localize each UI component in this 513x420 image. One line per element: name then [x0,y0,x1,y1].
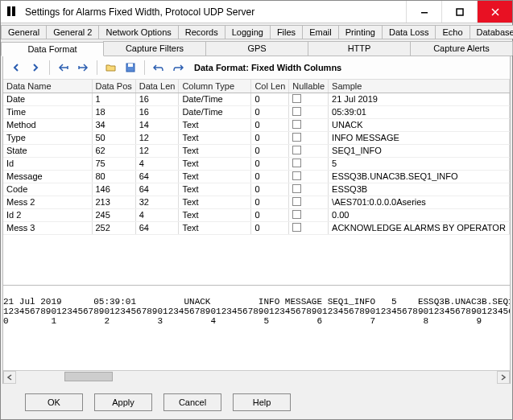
cell-name[interactable]: Date [3,93,92,105]
cell-type[interactable]: Text [179,208,251,221]
cell-sample[interactable]: 5 [329,157,510,170]
cell-collen[interactable]: 0 [251,131,289,144]
cell-type[interactable]: Text [179,157,251,170]
cell-nullable[interactable] [289,170,329,183]
col-header-nullable[interactable]: Nullable [289,80,329,93]
cell-type[interactable]: Date/Time [179,93,251,105]
table-row[interactable]: State6212Text0SEQ1_INFO [3,144,510,157]
tab-files[interactable]: Files [270,25,303,39]
cell-len[interactable]: 16 [135,105,179,118]
cell-nullable[interactable] [289,118,329,131]
tab-network-options[interactable]: Network Options [98,25,178,39]
cell-name[interactable]: Method [3,118,92,131]
cell-nullable[interactable] [289,144,329,157]
table-row[interactable]: Type5012Text0INFO MESSAGE [3,131,510,144]
cell-sample[interactable]: 21 Jul 2019 [329,93,510,105]
cell-collen[interactable]: 0 [251,157,289,170]
tab-echo[interactable]: Echo [435,25,470,39]
checkbox-icon[interactable] [292,171,301,180]
cell-len[interactable]: 64 [135,221,179,234]
tab-logging[interactable]: Logging [225,25,271,39]
scroll-track[interactable] [16,371,497,384]
cell-sample[interactable]: \AES701:0.0.0.0Aseries [329,196,510,208]
cell-type[interactable]: Text [179,170,251,183]
cell-pos[interactable]: 34 [92,118,135,131]
cell-sample[interactable]: 05:39:01 [329,105,510,118]
cell-name[interactable]: Id [3,157,92,170]
tab-general-2[interactable]: General 2 [46,25,99,39]
cell-type[interactable]: Date/Time [179,105,251,118]
checkbox-icon[interactable] [292,107,301,116]
cell-sample[interactable]: ACKNOWLEDGE ALARMS BY OPERATOR [329,221,510,234]
cell-collen[interactable]: 0 [251,144,289,157]
cell-sample[interactable]: ESSQ3B [329,183,510,196]
arrow-left-icon[interactable] [8,60,24,76]
col-header-pos[interactable]: Data Pos [92,80,135,93]
cell-name[interactable]: Id 2 [3,208,92,221]
col-header-collen[interactable]: Col Len [251,80,289,93]
checkbox-icon[interactable] [292,133,301,142]
table-row[interactable]: Id754Text05 [3,157,510,170]
checkbox-icon[interactable] [292,223,301,232]
cell-pos[interactable]: 18 [92,105,135,118]
apply-button[interactable]: Apply [94,393,152,411]
cell-pos[interactable]: 252 [92,221,135,234]
cell-nullable[interactable] [289,183,329,196]
table-row[interactable]: Message8064Text0ESSQ3B.UNAC3B.SEQ1_INFO [3,170,510,183]
cell-sample[interactable]: INFO MESSAGE [329,131,510,144]
tab-email[interactable]: Email [302,25,339,39]
arrow-right-icon[interactable] [27,60,43,76]
cell-len[interactable]: 64 [135,170,179,183]
cell-collen[interactable]: 0 [251,93,289,105]
cell-len[interactable]: 4 [135,208,179,221]
table-row[interactable]: Code14664Text0ESSQ3B [3,183,510,196]
cell-sample[interactable]: 0.00 [329,208,510,221]
cell-nullable[interactable] [289,208,329,221]
cell-len[interactable]: 64 [135,183,179,196]
cell-collen[interactable]: 0 [251,170,289,183]
table-row[interactable]: Time1816Date/Time005:39:01 [3,105,510,118]
cell-pos[interactable]: 1 [92,93,135,105]
cell-type[interactable]: Text [179,118,251,131]
cell-name[interactable]: Time [3,105,92,118]
table-row[interactable]: Mess 221332Text0\AES701:0.0.0.0Aseries [3,196,510,208]
cell-pos[interactable]: 80 [92,170,135,183]
cell-name[interactable]: Mess 2 [3,196,92,208]
save-icon[interactable] [122,60,139,76]
cell-nullable[interactable] [289,131,329,144]
col-header-len[interactable]: Data Len [135,80,179,93]
cell-type[interactable]: Text [179,183,251,196]
scroll-thumb[interactable] [64,372,113,381]
cell-collen[interactable]: 0 [251,118,289,131]
scroll-right-icon[interactable] [497,371,510,384]
cell-pos[interactable]: 62 [92,144,135,157]
cell-nullable[interactable] [289,105,329,118]
cell-collen[interactable]: 0 [251,183,289,196]
cell-len[interactable]: 12 [135,144,179,157]
cell-sample[interactable]: ESSQ3B.UNAC3B.SEQ1_INFO [329,170,510,183]
cell-pos[interactable]: 245 [92,208,135,221]
cell-name[interactable]: Mess 3 [3,221,92,234]
cell-pos[interactable]: 146 [92,183,135,196]
cell-collen[interactable]: 0 [251,208,289,221]
table-row[interactable]: Method3414Text0UNACK [3,118,510,131]
cell-type[interactable]: Text [179,221,251,234]
cell-nullable[interactable] [289,93,329,105]
cell-len[interactable]: 16 [135,93,179,105]
cancel-button[interactable]: Cancel [163,393,221,411]
cell-len[interactable]: 4 [135,157,179,170]
cell-nullable[interactable] [289,157,329,170]
checkbox-icon[interactable] [292,159,301,167]
cell-len[interactable]: 32 [135,196,179,208]
col-header-name[interactable]: Data Name [3,80,92,93]
minimize-button[interactable] [406,1,441,23]
tab-database[interactable]: Database [470,25,513,39]
cell-name[interactable]: Message [3,170,92,183]
cell-sample[interactable]: SEQ1_INFO [329,144,510,157]
cell-type[interactable]: Text [179,196,251,208]
checkbox-icon[interactable] [292,120,301,129]
cell-nullable[interactable] [289,196,329,208]
undo-icon[interactable] [151,60,167,76]
tab-general[interactable]: General [1,25,47,39]
cell-name[interactable]: Type [3,131,92,144]
